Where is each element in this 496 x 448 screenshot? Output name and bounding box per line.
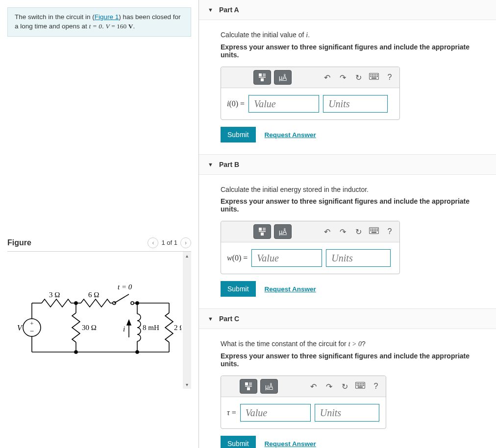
keyboard-icon[interactable] bbox=[369, 227, 379, 236]
figure-prev-button[interactable]: ‹ bbox=[148, 237, 158, 248]
svg-rect-74 bbox=[363, 385, 364, 386]
part-b-title: Part B bbox=[219, 161, 239, 168]
svg-rect-56 bbox=[373, 230, 374, 231]
svg-rect-52 bbox=[375, 229, 376, 230]
problem-statement: The switch in the circuit in (Figure 1) … bbox=[7, 7, 191, 37]
svg-text:+: + bbox=[30, 320, 33, 327]
collapse-icon: ▼ bbox=[208, 316, 213, 322]
figure-heading: Figure bbox=[7, 238, 31, 247]
problem-text-end: . bbox=[133, 23, 135, 30]
figure-next-button[interactable]: › bbox=[180, 237, 191, 248]
part-b-instructions: Express your answer to three significant… bbox=[221, 197, 481, 213]
fraction-template-button[interactable] bbox=[240, 379, 257, 394]
svg-rect-47 bbox=[261, 233, 264, 236]
svg-rect-37 bbox=[377, 74, 378, 75]
part-b-prompt: Calculate the initial energy stored in t… bbox=[221, 186, 481, 193]
svg-rect-63 bbox=[247, 387, 250, 390]
undo-icon[interactable]: ↶ bbox=[322, 73, 332, 82]
part-b-header[interactable]: ▼ Part B bbox=[199, 154, 496, 175]
label-i: i bbox=[123, 325, 125, 333]
svg-rect-40 bbox=[373, 76, 374, 77]
svg-rect-71 bbox=[358, 385, 359, 386]
svg-rect-53 bbox=[377, 229, 378, 230]
keyboard-icon[interactable] bbox=[355, 382, 365, 391]
part-b-submit-button[interactable]: Submit bbox=[221, 281, 256, 297]
part-a-submit-button[interactable]: Submit bbox=[221, 127, 256, 142]
part-c-submit-button[interactable]: Submit bbox=[221, 436, 256, 448]
help-icon[interactable]: ? bbox=[385, 73, 395, 82]
eq-v-rhs: = 160 bbox=[110, 23, 128, 30]
reset-icon[interactable]: ↻ bbox=[353, 227, 363, 236]
svg-rect-43 bbox=[372, 78, 376, 79]
svg-rect-35 bbox=[373, 74, 374, 75]
svg-rect-36 bbox=[375, 74, 376, 75]
svg-rect-59 bbox=[372, 232, 376, 233]
svg-point-7 bbox=[131, 302, 134, 305]
redo-icon[interactable]: ↷ bbox=[338, 227, 347, 236]
part-b-request-answer-link[interactable]: Request Answer bbox=[265, 285, 316, 293]
svg-rect-54 bbox=[371, 230, 372, 231]
eq-v-lhs: V bbox=[106, 23, 110, 30]
label-r3: 30 Ω bbox=[82, 324, 97, 331]
problem-text-1: The switch in the circuit in ( bbox=[15, 13, 95, 21]
svg-rect-62 bbox=[245, 386, 252, 387]
units-template-button[interactable]: μÅ bbox=[260, 379, 278, 394]
part-a-body: Calculate the initial value of i. Expres… bbox=[199, 20, 496, 154]
svg-rect-57 bbox=[375, 230, 376, 231]
help-icon[interactable]: ? bbox=[371, 382, 381, 391]
figure-header: Figure ‹ 1 of 1 › bbox=[7, 237, 191, 252]
label-l: 8 mH bbox=[143, 324, 159, 331]
part-c-value-input[interactable] bbox=[240, 404, 311, 422]
part-a-header[interactable]: ▼ Part A bbox=[199, 0, 496, 20]
part-a-title: Part A bbox=[219, 6, 239, 14]
label-r2: 6 Ω bbox=[88, 291, 99, 299]
svg-rect-41 bbox=[375, 76, 376, 77]
part-c-units-input[interactable] bbox=[315, 404, 379, 422]
part-c-body: What is the time constant of the circuit… bbox=[199, 329, 496, 448]
scroll-up-icon[interactable]: ▴ bbox=[183, 252, 191, 260]
svg-rect-75 bbox=[358, 387, 363, 388]
part-c-instructions: Express your answer to three significant… bbox=[221, 352, 481, 368]
svg-rect-39 bbox=[372, 76, 373, 77]
svg-text:−: − bbox=[30, 327, 34, 335]
part-b-units-input[interactable] bbox=[326, 249, 391, 267]
part-b-value-input[interactable] bbox=[251, 249, 322, 267]
svg-rect-30 bbox=[259, 77, 266, 78]
help-icon[interactable]: ? bbox=[385, 227, 395, 236]
redo-icon[interactable]: ↷ bbox=[338, 73, 347, 82]
part-c-request-answer-link[interactable]: Request Answer bbox=[265, 440, 316, 448]
undo-icon[interactable]: ↶ bbox=[322, 227, 332, 236]
keyboard-icon[interactable] bbox=[369, 73, 379, 82]
reset-icon[interactable]: ↻ bbox=[340, 382, 349, 391]
label-v: V bbox=[17, 324, 23, 332]
part-b-answer-box: μÅ ↶ ↷ ↻ ? w(0) = bbox=[221, 221, 400, 274]
svg-rect-72 bbox=[360, 385, 361, 386]
collapse-icon: ▼ bbox=[208, 162, 213, 167]
fraction-template-button[interactable] bbox=[253, 70, 271, 85]
units-template-button[interactable]: μÅ bbox=[274, 224, 292, 239]
part-a-units-input[interactable] bbox=[323, 95, 388, 113]
undo-icon[interactable]: ↶ bbox=[308, 382, 318, 391]
part-a-lhs: i(0) = bbox=[227, 99, 245, 108]
svg-rect-68 bbox=[362, 383, 363, 384]
part-a-request-answer-link[interactable]: Request Answer bbox=[265, 131, 316, 139]
reset-icon[interactable]: ↻ bbox=[353, 73, 363, 82]
scroll-down-icon[interactable]: ▾ bbox=[183, 380, 191, 389]
collapse-icon: ▼ bbox=[208, 7, 213, 13]
svg-rect-50 bbox=[372, 229, 373, 230]
redo-icon[interactable]: ↷ bbox=[324, 382, 334, 391]
part-c-header[interactable]: ▼ Part C bbox=[199, 308, 496, 329]
part-a-prompt: Calculate the initial value of i. bbox=[221, 31, 481, 39]
label-r1: 3 Ω bbox=[49, 291, 60, 299]
figure-link[interactable]: Figure 1 bbox=[95, 13, 119, 21]
svg-line-6 bbox=[114, 294, 129, 303]
figure-scrollbar[interactable]: ▴ ▾ bbox=[183, 252, 191, 389]
eq-v-unit: V bbox=[128, 23, 133, 30]
svg-rect-69 bbox=[363, 383, 364, 384]
units-template-button[interactable]: μÅ bbox=[274, 70, 292, 85]
part-a-value-input[interactable] bbox=[248, 95, 319, 113]
fraction-template-button[interactable] bbox=[253, 224, 271, 239]
svg-rect-60 bbox=[245, 382, 248, 385]
svg-rect-29 bbox=[263, 73, 266, 76]
svg-rect-28 bbox=[259, 73, 262, 76]
